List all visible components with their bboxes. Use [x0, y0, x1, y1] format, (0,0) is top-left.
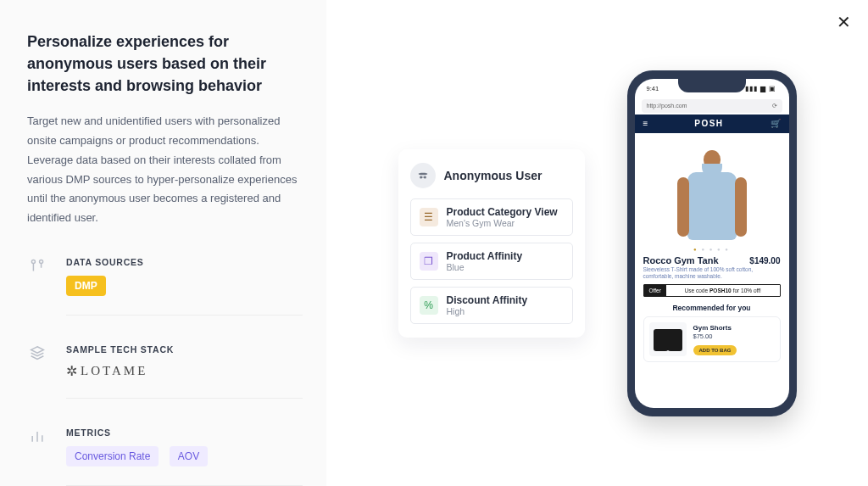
- attr-product-category-view: ☰ Product Category ViewMen's Gym Wear: [410, 198, 573, 236]
- recommended-heading: Recommended for you: [643, 304, 781, 312]
- svg-point-3: [420, 176, 422, 178]
- data-sources-label: DATA SOURCES: [66, 257, 303, 267]
- svg-point-4: [423, 176, 426, 178]
- close-button[interactable]: ✕: [837, 12, 851, 32]
- section-data-sources: DATA SOURCES DMP: [27, 257, 303, 316]
- recommended-product-name: Gym Shorts: [693, 324, 737, 332]
- offer-text: Use code POSH10 for 10% off!: [666, 285, 780, 296]
- gear-icon: ✲: [66, 363, 77, 379]
- attr-discount-affinity: % Discount AffinityHigh: [410, 287, 573, 324]
- offer-label: Offer: [644, 285, 666, 296]
- status-icons: ▮▮▮ ▆ ▣: [745, 85, 776, 92]
- page-description: Target new and unidentified users with p…: [27, 112, 303, 228]
- carousel-dots[interactable]: ● ● ● ● ●: [643, 247, 781, 252]
- left-panel: Personalize experiences for anonymous us…: [0, 0, 326, 486]
- user-attributes-card: Anonymous User ☰ Product Category ViewMe…: [398, 149, 585, 338]
- tech-stack-icon: [27, 344, 47, 365]
- product-name: Rocco Gym Tank: [643, 255, 719, 265]
- recommended-product-price: $75.00: [693, 332, 737, 340]
- data-sources-icon: [27, 257, 47, 277]
- brand-logo: POSH: [694, 119, 723, 128]
- section-metrics: METRICS Conversion Rate AOV: [27, 427, 303, 486]
- product-hero-image: [643, 138, 781, 245]
- right-panel: ✕ Anonymous User ☰ Product Category View…: [326, 0, 868, 486]
- product-price: $149.00: [749, 256, 780, 265]
- svg-point-1: [40, 260, 43, 263]
- add-to-bag-button[interactable]: ADD TO BAG: [693, 345, 737, 355]
- url-text: http://posh.com: [647, 103, 687, 109]
- section-tech-stack: SAMPLE TECH STACK ✲LOTAME: [27, 344, 303, 399]
- list-icon: ☰: [420, 208, 438, 226]
- product-subtitle: Sleeveless T-Shirt made of 100% soft cot…: [643, 266, 781, 281]
- status-time: 9:41: [647, 85, 659, 92]
- anonymous-user-icon: [410, 163, 436, 188]
- metric-tag-conversion-rate: Conversion Rate: [66, 446, 159, 466]
- brand-nav-bar: ≡ POSH 🛒: [635, 115, 789, 133]
- phone-url-bar: http://posh.com ⟳: [642, 99, 782, 113]
- refresh-icon: ⟳: [772, 103, 777, 109]
- hamburger-icon[interactable]: ≡: [643, 119, 648, 128]
- phone-screen: 9:41 ▮▮▮ ▆ ▣ http://posh.com ⟳ ≡ POSH 🛒: [635, 79, 789, 408]
- recommended-product-card[interactable]: Gym Shorts $75.00 ADD TO BAG: [643, 316, 781, 362]
- phone-notch: [678, 79, 746, 92]
- tech-stack-logo-lotame: ✲LOTAME: [66, 363, 147, 379]
- page-heading: Personalize experiences for anonymous us…: [27, 31, 303, 97]
- user-card-title: Anonymous User: [444, 169, 542, 182]
- svg-point-0: [31, 260, 35, 263]
- recommended-product-image: [649, 322, 687, 356]
- metrics-label: METRICS: [66, 427, 303, 438]
- tech-stack-logo-text: LOTAME: [81, 364, 147, 378]
- discount-icon: %: [420, 296, 438, 315]
- phone-mockup: 9:41 ▮▮▮ ▆ ▣ http://posh.com ⟳ ≡ POSH 🛒: [627, 70, 797, 416]
- tech-stack-label: SAMPLE TECH STACK: [66, 344, 303, 355]
- metrics-icon: [27, 427, 47, 448]
- attr-product-affinity: ❒ Product AffinityBlue: [410, 243, 573, 280]
- metric-tag-aov: AOV: [170, 446, 208, 466]
- cube-icon: ❒: [420, 252, 438, 271]
- offer-banner: Offer Use code POSH10 for 10% off!: [643, 284, 781, 297]
- data-source-tag-dmp: DMP: [66, 276, 106, 296]
- cart-icon[interactable]: 🛒: [771, 119, 781, 128]
